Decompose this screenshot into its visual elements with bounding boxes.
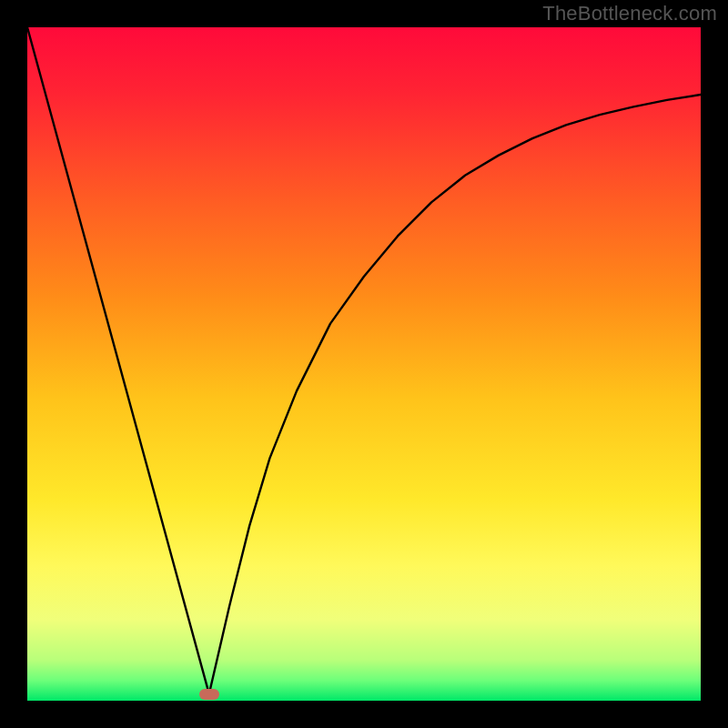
- optimal-point-marker: [199, 689, 219, 700]
- chart-frame: TheBottleneck.com: [0, 0, 728, 728]
- watermark-label: TheBottleneck.com: [542, 2, 717, 25]
- bottleneck-curve: [27, 27, 701, 701]
- plot-area: [27, 27, 701, 701]
